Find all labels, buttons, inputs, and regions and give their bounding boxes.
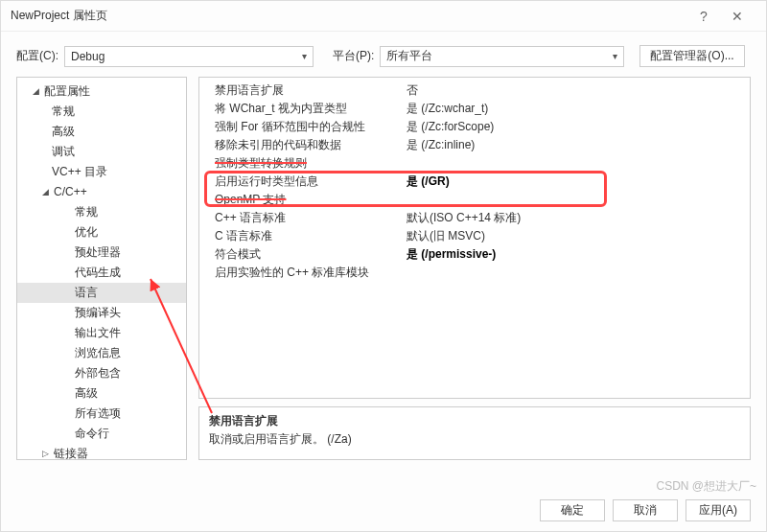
config-row: 配置(C): Debug ▾ 平台(P): 所有平台 ▾ 配置管理器(O)...: [1, 32, 766, 77]
tree-item[interactable]: 高级: [17, 122, 186, 142]
footer: 确定 取消 应用(A): [1, 492, 766, 531]
tree-item[interactable]: 输出文件: [17, 323, 186, 343]
description-title: 禁用语言扩展: [209, 413, 740, 429]
config-label: 配置(C):: [16, 48, 58, 64]
tree-item[interactable]: 常规: [17, 102, 186, 122]
prop-row[interactable]: 禁用语言扩展否: [199, 81, 750, 100]
platform-value: 所有平台: [386, 48, 432, 64]
tree-item[interactable]: 浏览信息: [17, 343, 186, 363]
right-pane: 禁用语言扩展否 将 WChar_t 视为内置类型是 (/Zc:wchar_t) …: [198, 77, 751, 460]
tree-item[interactable]: 调试: [17, 142, 186, 162]
prop-row[interactable]: 强制 For 循环范围中的合规性是 (/Zc:forScope): [199, 118, 750, 136]
tree-item-language[interactable]: 语言: [17, 283, 186, 303]
description-box: 禁用语言扩展 取消或启用语言扩展。 (/Za): [198, 406, 751, 460]
tree-item[interactable]: 常规: [17, 202, 186, 222]
description-text: 取消或启用语言扩展。 (/Za): [209, 431, 740, 448]
tree-item[interactable]: 优化: [17, 222, 186, 243]
prop-row[interactable]: OpenMP 支持: [199, 191, 750, 209]
window-title: NewProject 属性页: [11, 8, 689, 24]
tree-item-linker[interactable]: ▷ 链接器: [17, 444, 186, 460]
tree-item[interactable]: 高级: [17, 383, 186, 404]
close-button[interactable]: ✕: [718, 1, 756, 32]
help-button[interactable]: ?: [689, 1, 718, 32]
property-grid[interactable]: 禁用语言扩展否 将 WChar_t 视为内置类型是 (/Zc:wchar_t) …: [198, 77, 751, 399]
prop-row[interactable]: 移除未引用的代码和数据是 (/Zc:inline): [199, 136, 750, 154]
prop-row[interactable]: 将 WChar_t 视为内置类型是 (/Zc:wchar_t): [199, 100, 750, 118]
prop-row-rtti[interactable]: 启用运行时类型信息是 (/GR): [199, 173, 750, 191]
ok-button[interactable]: 确定: [540, 499, 605, 521]
tree-item[interactable]: 所有选项: [17, 404, 186, 424]
tree-item[interactable]: VC++ 目录: [17, 162, 186, 182]
apply-button[interactable]: 应用(A): [686, 499, 751, 521]
tree-item-root[interactable]: ◢ 配置属性: [17, 81, 186, 102]
collapse-icon[interactable]: ◢: [40, 184, 50, 200]
tree-item[interactable]: 外部包含: [17, 363, 186, 383]
config-manager-button[interactable]: 配置管理器(O)...: [639, 45, 744, 67]
titlebar: NewProject 属性页 ? ✕: [1, 1, 766, 32]
nav-tree[interactable]: ◢ 配置属性 常规 高级 调试 VC++ 目录 ◢ C/C++ 常规 优化 预处…: [16, 77, 187, 460]
tree-item-cpp[interactable]: ◢ C/C++: [17, 182, 186, 202]
config-dropdown[interactable]: Debug ▾: [64, 46, 314, 67]
chevron-down-icon: ▾: [302, 51, 307, 61]
tree-item[interactable]: 预处理器: [17, 243, 186, 263]
prop-row[interactable]: 启用实验性的 C++ 标准库模块: [199, 264, 750, 282]
body-area: ◢ 配置属性 常规 高级 调试 VC++ 目录 ◢ C/C++ 常规 优化 预处…: [1, 77, 766, 460]
prop-row[interactable]: 符合模式是 (/permissive-): [199, 245, 750, 264]
expand-icon[interactable]: ▷: [40, 446, 50, 460]
platform-label: 平台(P):: [333, 48, 374, 64]
cancel-button[interactable]: 取消: [613, 499, 678, 521]
prop-row[interactable]: C 语言标准默认(旧 MSVC): [199, 227, 750, 245]
platform-dropdown[interactable]: 所有平台 ▾: [380, 46, 624, 67]
tree-item[interactable]: 预编译头: [17, 303, 186, 323]
config-value: Debug: [71, 50, 105, 63]
tree-item[interactable]: 命令行: [17, 424, 186, 444]
tree-item[interactable]: 代码生成: [17, 263, 186, 283]
prop-row[interactable]: 强制类型转换规则: [199, 154, 750, 173]
prop-row[interactable]: C++ 语言标准默认(ISO C++14 标准): [199, 209, 750, 227]
property-pages-window: NewProject 属性页 ? ✕ 配置(C): Debug ▾ 平台(P):…: [0, 0, 767, 532]
chevron-down-icon: ▾: [613, 51, 617, 61]
collapse-icon[interactable]: ◢: [31, 83, 40, 100]
